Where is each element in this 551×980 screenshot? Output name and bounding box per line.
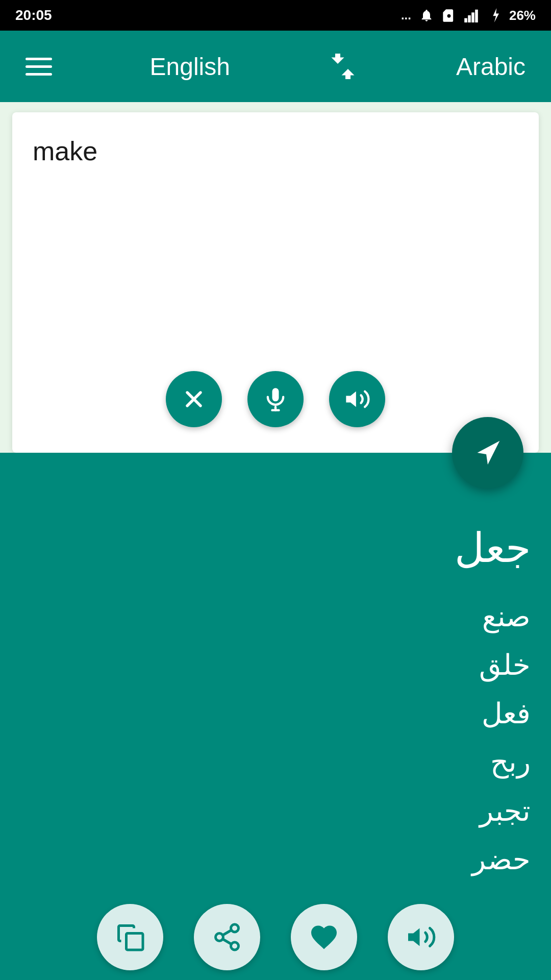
source-text-input[interactable]: make (33, 133, 518, 356)
svg-rect-2 (471, 12, 474, 22)
svg-line-16 (222, 939, 231, 944)
svg-rect-7 (272, 388, 279, 401)
speaker-icon (344, 386, 370, 412)
svg-rect-3 (475, 10, 478, 22)
microphone-button[interactable] (247, 371, 304, 427)
copy-icon (115, 922, 145, 952)
content-wrapper: make (0, 102, 551, 980)
share-icon (212, 922, 242, 952)
output-actions (20, 884, 531, 980)
toolbar: English Arabic (0, 31, 551, 102)
swap-icon (328, 51, 358, 82)
microphone-icon (262, 386, 289, 412)
status-bar: 20:05 ... 26% (0, 0, 551, 31)
svg-rect-12 (127, 933, 143, 950)
signal-icon (464, 8, 482, 22)
clear-icon (181, 386, 207, 412)
swap-languages-button[interactable] (328, 51, 358, 82)
source-speaker-button[interactable] (329, 371, 385, 427)
translate-button[interactable] (452, 417, 523, 488)
heart-icon (309, 922, 339, 952)
status-time: 20:05 (15, 7, 52, 23)
svg-rect-1 (468, 15, 471, 22)
output-section: جعل صنعخلقفعلربحتجبرحضر (0, 453, 551, 980)
output-speaker-icon (406, 922, 436, 952)
send-icon (470, 435, 506, 471)
alternative-translations: صنعخلقفعلربحتجبرحضر (20, 592, 531, 884)
svg-marker-18 (408, 928, 420, 946)
target-language[interactable]: Arabic (456, 53, 525, 81)
status-icons: ... 26% (401, 8, 536, 23)
copy-button[interactable] (97, 904, 163, 970)
menu-button[interactable] (26, 58, 52, 76)
source-language[interactable]: English (150, 53, 230, 81)
svg-marker-11 (478, 440, 500, 464)
input-actions (33, 356, 518, 443)
share-button[interactable] (194, 904, 260, 970)
svg-rect-0 (464, 18, 467, 22)
output-speaker-button[interactable] (388, 904, 454, 970)
alarm-icon (419, 8, 434, 22)
favorite-button[interactable] (291, 904, 357, 970)
svg-marker-4 (493, 8, 499, 22)
svg-line-17 (222, 930, 231, 935)
svg-marker-10 (346, 391, 356, 407)
translated-text: جعل صنعخلقفعلربحتجبرحضر (20, 483, 531, 884)
input-card: make (12, 112, 539, 453)
clear-button[interactable] (166, 371, 222, 427)
sim-icon (442, 8, 456, 22)
primary-translation: جعل (20, 524, 531, 572)
charging-icon (490, 8, 501, 22)
input-section: make (0, 102, 551, 453)
